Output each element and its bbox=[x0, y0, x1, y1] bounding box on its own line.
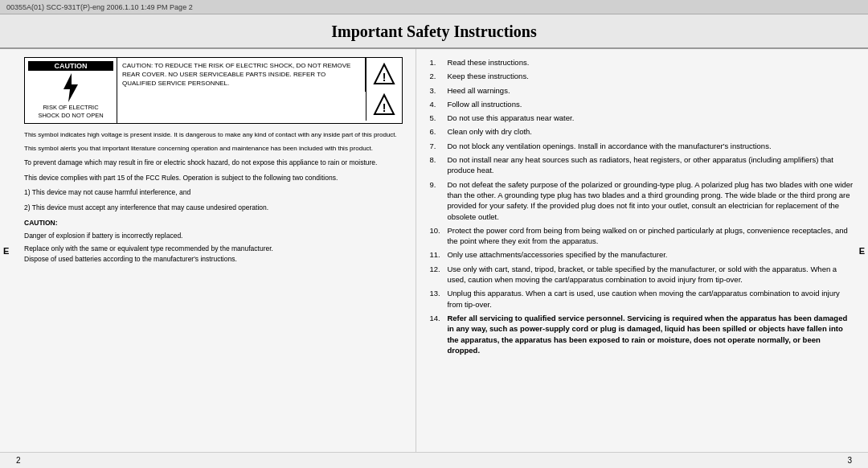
caution-container: CAUTION RISK OF ELECTRIC SHOCK DO NOT OP… bbox=[24, 57, 403, 124]
right-column: E 1.Read these instructions.2.Keep these… bbox=[416, 49, 868, 452]
instruction-text-11: Only use attachments/accessories specifi… bbox=[447, 249, 667, 260]
caution-replace-text1: Replace only with the same or equivalent… bbox=[24, 244, 403, 254]
instructions-list: 1.Read these instructions.2.Keep these i… bbox=[429, 57, 854, 355]
page-number-right: 3 bbox=[847, 456, 852, 465]
symbol-description-row: This symbol indicates high voltage is pr… bbox=[24, 130, 403, 139]
fcc-condition2: 2) This device must accept any interfere… bbox=[24, 203, 403, 213]
lightning-bolt-icon bbox=[62, 73, 80, 102]
instruction-item-14: 14.Refer all servicing to qualified serv… bbox=[429, 313, 854, 355]
instruction-item-1: 1.Read these instructions. bbox=[429, 57, 854, 68]
instruction-item-8: 8.Do not install near any heat sources s… bbox=[429, 154, 854, 176]
instruction-num-8: 8. bbox=[429, 154, 447, 176]
left-side-label: E bbox=[3, 246, 9, 256]
caution-left-panel: CAUTION RISK OF ELECTRIC SHOCK DO NOT OP… bbox=[25, 58, 117, 123]
svg-marker-0 bbox=[63, 73, 78, 102]
instruction-num-4: 4. bbox=[429, 99, 447, 109]
instruction-text-2: Keep these instructions. bbox=[447, 71, 528, 81]
caution-heading: CAUTION: bbox=[24, 218, 403, 228]
instruction-item-6: 6.Clean only with dry cloth. bbox=[429, 126, 854, 137]
caution-sub-label-1: RISK OF ELECTRIC SHOCK DO NOT OPEN bbox=[28, 104, 113, 120]
instruction-item-4: 4.Follow all instructions. bbox=[429, 99, 854, 109]
instruction-text-6: Clean only with dry cloth. bbox=[447, 126, 532, 137]
bottom-bar: 2 3 bbox=[0, 452, 868, 468]
instruction-item-11: 11.Only use attachments/accessories spec… bbox=[429, 249, 854, 260]
instruction-item-12: 12.Use only with cart, stand, tripod, br… bbox=[429, 264, 854, 285]
instruction-text-7: Do not block any ventilation openings. I… bbox=[447, 141, 771, 151]
symbol-desc-row2: This symbol alerts you that important li… bbox=[24, 144, 403, 153]
triangle-warn-bottom: ! bbox=[373, 93, 395, 116]
svg-text:!: ! bbox=[383, 71, 387, 84]
lightning-row bbox=[28, 73, 113, 102]
instruction-num-10: 10. bbox=[429, 225, 447, 247]
instruction-text-12: Use only with cart, stand, tripod, brack… bbox=[447, 264, 854, 285]
symbol-panel: ! ! bbox=[366, 58, 402, 121]
warning-text2: This symbol alerts you that important li… bbox=[24, 144, 403, 153]
instruction-text-1: Read these instructions. bbox=[447, 57, 529, 68]
fcc-condition2-block: 2) This device must accept any interfere… bbox=[24, 203, 403, 213]
instruction-text-5: Do not use this apparatus near water. bbox=[447, 113, 574, 123]
fcc-block: To prevent damage which may result in fi… bbox=[24, 158, 403, 168]
top-bar: 00355A(01) SCC-931T(P)-eng 2006.1.10 1:4… bbox=[0, 0, 868, 14]
instruction-text-4: Follow all instructions. bbox=[447, 99, 522, 109]
right-side-label: E bbox=[859, 246, 865, 256]
top-bar-text: 00355A(01) SCC-931T(P)-eng 2006.1.10 1:4… bbox=[6, 3, 193, 11]
instruction-text-10: Protect the power cord from being from b… bbox=[447, 225, 854, 247]
instruction-item-2: 2.Keep these instructions. bbox=[429, 71, 854, 81]
instruction-item-3: 3.Heed all warnings. bbox=[429, 85, 854, 96]
instruction-num-7: 7. bbox=[429, 141, 447, 151]
instruction-text-9: Do not defeat the safety purpose of the … bbox=[447, 179, 854, 222]
instruction-num-6: 6. bbox=[429, 126, 447, 137]
two-col-layout: E CAUTION RISK OF ELECTRIC SHOCK DO NOT … bbox=[0, 49, 868, 452]
instruction-num-11: 11. bbox=[429, 249, 447, 260]
caution-battery-text: Danger of explosion if battery is incorr… bbox=[24, 231, 403, 241]
fcc-condition1: 1) This device may not cause harmful int… bbox=[24, 187, 403, 198]
instruction-text-3: Heed all warnings. bbox=[447, 85, 510, 96]
instruction-text-13: Unplug this apparatus. When a cart is us… bbox=[447, 288, 854, 310]
fcc-text: To prevent damage which may result in fi… bbox=[24, 158, 403, 168]
instruction-num-14: 14. bbox=[429, 313, 447, 355]
instruction-text-8: Do not install near any heat sources suc… bbox=[447, 154, 854, 176]
fcc-block2: This device complies with part 15 of the… bbox=[24, 173, 403, 183]
fcc-text2: This device complies with part 15 of the… bbox=[24, 173, 403, 183]
instruction-num-12: 12. bbox=[429, 264, 447, 285]
triangle-warn-top: ! bbox=[373, 63, 395, 85]
instruction-item-7: 7.Do not block any ventilation openings.… bbox=[429, 141, 854, 151]
instruction-num-13: 13. bbox=[429, 288, 447, 310]
caution-replace-text2: Dispose of used batteries according to t… bbox=[24, 254, 403, 265]
instruction-num-9: 9. bbox=[429, 179, 447, 222]
instruction-num-5: 5. bbox=[429, 113, 447, 123]
fcc-condition1-block: 1) This device may not cause harmful int… bbox=[24, 187, 403, 198]
warning-text1: This symbol indicates high voltage is pr… bbox=[24, 130, 403, 139]
caution-heading-block: CAUTION: Danger of explosion if battery … bbox=[24, 218, 403, 265]
instruction-num-1: 1. bbox=[429, 57, 447, 68]
instruction-item-10: 10.Protect the power cord from being fro… bbox=[429, 225, 854, 247]
instruction-item-9: 9.Do not defeat the safety purpose of th… bbox=[429, 179, 854, 222]
instruction-num-3: 3. bbox=[429, 85, 447, 96]
left-column: E CAUTION RISK OF ELECTRIC SHOCK DO NOT … bbox=[0, 49, 416, 452]
caution-below-text: CAUTION: TO REDUCE THE RISK OF ELECTRIC … bbox=[122, 61, 360, 88]
warning-triangle-icon-bottom: ! bbox=[373, 93, 395, 116]
symbol-desc-bottom: This symbol alerts you that important li… bbox=[24, 144, 403, 153]
symbol-desc-top: This symbol indicates high voltage is pr… bbox=[24, 130, 403, 139]
instruction-num-2: 2. bbox=[429, 71, 447, 81]
main-content: Important Safety Instructions E CAUTION … bbox=[0, 14, 868, 468]
page-title: Important Safety Instructions bbox=[0, 23, 868, 41]
title-section: Important Safety Instructions bbox=[0, 14, 868, 49]
instruction-item-13: 13.Unplug this apparatus. When a cart is… bbox=[429, 288, 854, 310]
warning-triangle-icon-top: ! bbox=[373, 63, 395, 85]
svg-text:!: ! bbox=[383, 101, 387, 114]
caution-right-panel: CAUTION: TO REDUCE THE RISK OF ELECTRIC … bbox=[117, 58, 366, 92]
page-number-left: 2 bbox=[16, 456, 21, 465]
instruction-text-14: Refer all servicing to qualified service… bbox=[447, 313, 854, 355]
instruction-item-5: 5.Do not use this apparatus near water. bbox=[429, 113, 854, 123]
caution-label: CAUTION bbox=[28, 61, 113, 71]
